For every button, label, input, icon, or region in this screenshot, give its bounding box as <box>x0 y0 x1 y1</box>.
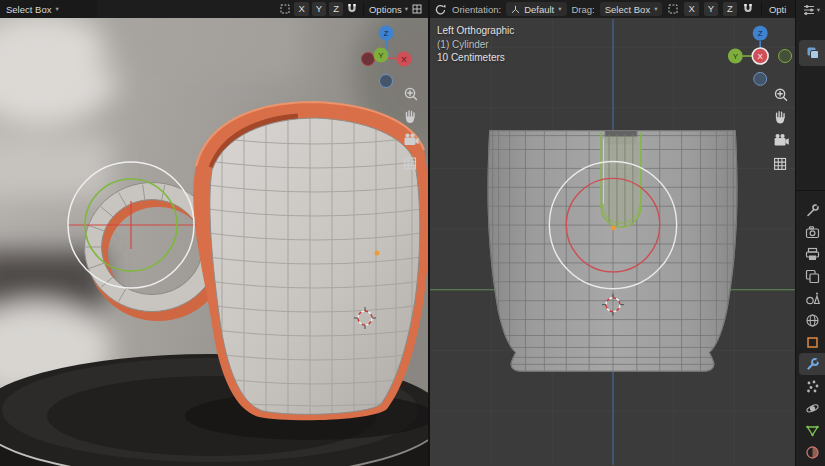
editor-tab-icon[interactable] <box>799 40 825 66</box>
properties-tab-object[interactable] <box>799 331 825 353</box>
viewport-left[interactable]: Z Y X <box>0 0 428 466</box>
properties-tab-modifiers[interactable] <box>799 353 825 375</box>
chevron-down-icon: ▾ <box>405 6 408 13</box>
divider <box>761 3 762 15</box>
chevron-down-icon: ▾ <box>817 7 820 14</box>
drag-label: Drag: <box>572 4 595 15</box>
properties-tab-physics[interactable] <box>799 397 825 419</box>
axis-y-label: Y <box>378 51 384 60</box>
properties-tab-output[interactable] <box>799 243 825 265</box>
editor-type-dropdown[interactable]: ▾ <box>796 3 825 17</box>
axis-y-button[interactable]: Y <box>704 2 718 16</box>
orientation-value: Default <box>524 4 554 15</box>
drag-dropdown[interactable]: Select Box ▾ <box>600 2 663 16</box>
axis-x-label: X <box>758 52 764 61</box>
axes-icon <box>511 5 520 14</box>
axis-x-button[interactable]: X <box>294 2 308 16</box>
mug[interactable] <box>193 102 428 423</box>
snap-magnet-icon[interactable] <box>346 3 358 16</box>
orientation-dropdown[interactable]: Default ▾ <box>506 2 566 16</box>
options-label: Opti <box>769 4 786 15</box>
options-dropdown[interactable]: Options ▾ <box>369 4 408 15</box>
viewport-right[interactable]: Z Y X <box>428 0 795 466</box>
object-name-label: (1) Cylinder <box>437 38 514 52</box>
axis-z-label: Z <box>384 29 389 38</box>
properties-tab-particles[interactable] <box>799 375 825 397</box>
axis-z-button[interactable]: Z <box>329 2 343 16</box>
properties-tab-material[interactable] <box>799 441 825 463</box>
screens-icon <box>806 46 820 60</box>
snap-options-cluster: X Y Z Options ▾ <box>275 1 427 18</box>
properties-rail: ▾ <box>795 0 825 466</box>
object-origin <box>611 226 616 231</box>
properties-tab-tool[interactable] <box>799 199 825 221</box>
properties-tab-object-data[interactable] <box>799 419 825 441</box>
axis-ball-neg-y[interactable] <box>779 50 792 63</box>
mug-mesh-face <box>210 118 420 414</box>
blender-app: Z Y X <box>0 0 825 466</box>
axis-ball-neg-z[interactable] <box>380 75 393 88</box>
axis-y-button[interactable]: Y <box>312 2 326 16</box>
view-name-label: Left Orthographic <box>437 24 514 38</box>
chevron-down-icon: ▾ <box>55 6 58 13</box>
properties-tab-scene[interactable] <box>799 287 825 309</box>
chevron-down-icon: ▾ <box>654 6 657 13</box>
properties-tabs <box>796 199 825 463</box>
snap-target-icon[interactable] <box>279 3 291 15</box>
snap-target-icon[interactable] <box>667 3 679 15</box>
properties-tab-view-layer[interactable] <box>799 265 825 287</box>
options-label: Options <box>369 4 402 15</box>
options-dropdown[interactable]: Opti <box>769 4 786 15</box>
axis-ball-neg-z[interactable] <box>754 72 767 85</box>
axis-x-label: X <box>401 55 407 64</box>
wireframe-canvas[interactable]: Z Y X <box>430 18 795 466</box>
axis-y-label: Y <box>733 52 739 61</box>
overlays-icon[interactable] <box>411 3 423 15</box>
viewport-header-left: Select Box ▾ X Y Z Options ▾ <box>0 0 428 18</box>
divider <box>363 3 364 15</box>
viewport-header-right: Orientation: Default ▾ Drag: Select Box … <box>430 0 795 18</box>
axis-ball-neg-x[interactable] <box>362 53 375 66</box>
properties-tab-render[interactable] <box>799 221 825 243</box>
tool-select-label: Select Box <box>6 4 51 15</box>
snap-magnet-icon[interactable] <box>742 3 754 16</box>
drag-value: Select Box <box>605 4 650 15</box>
viewport-info-overlay: Left Orthographic (1) Cylinder 10 Centim… <box>437 24 514 65</box>
divider <box>796 190 825 191</box>
scale-label: 10 Centimeters <box>437 51 514 65</box>
orientation-label: Orientation: <box>452 4 501 15</box>
chevron-down-icon: ▾ <box>558 6 561 13</box>
tool-select-dropdown[interactable]: Select Box ▾ <box>0 0 97 18</box>
object-origin <box>375 251 380 256</box>
render-preview-canvas[interactable]: Z Y X <box>0 18 428 466</box>
rotate-tool-icon[interactable] <box>434 3 447 16</box>
axis-z-button[interactable]: Z <box>723 2 737 16</box>
axis-x-button[interactable]: X <box>684 2 698 16</box>
axis-z-label: Z <box>758 29 763 38</box>
properties-editor-icon <box>802 3 816 17</box>
properties-tab-world[interactable] <box>799 309 825 331</box>
